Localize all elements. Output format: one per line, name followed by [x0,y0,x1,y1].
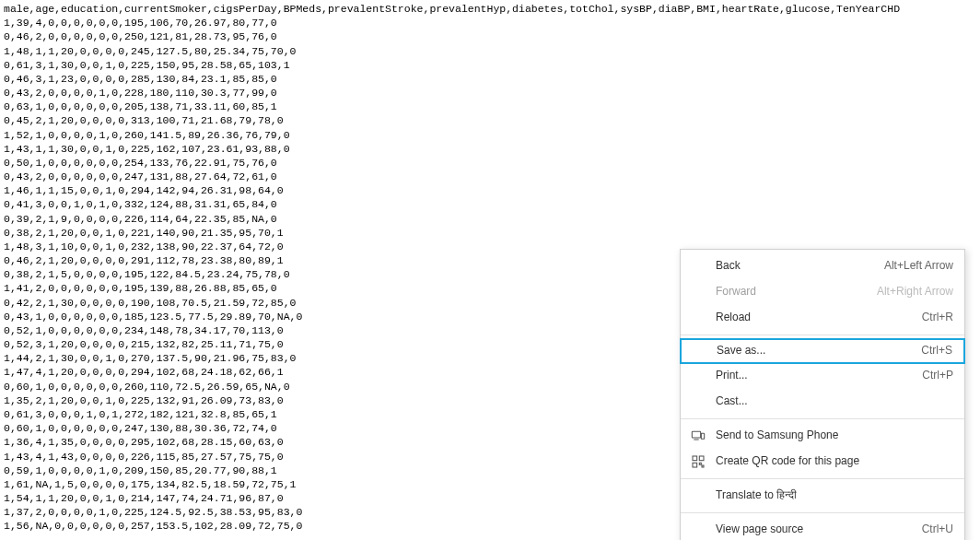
csv-row: 1,43,1,1,30,0,0,1,0,225,162,107,23.61,93… [4,143,290,155]
csv-row: 0,42,2,1,30,0,0,0,0,190,108,70.5,21.59,7… [4,297,296,309]
csv-row: 1,61,NA,1,5,0,0,0,0,175,134,82.5,18.59,7… [4,478,296,490]
menu-separator [681,478,964,479]
svg-rect-1 [701,433,704,439]
menu-separator [681,418,964,419]
csv-row: 1,52,1,0,0,0,0,1,0,260,141.5,89,26.36,76… [4,129,290,141]
csv-header: male,age,education,currentSmoker,cigsPer… [4,3,900,15]
menu-label: View page source [716,522,911,537]
menu-shortcut: Ctrl+P [922,369,953,383]
csv-row: 0,52,3,1,20,0,0,0,0,215,132,82,25.11,71,… [4,338,284,350]
menu-shortcut: Ctrl+U [922,522,953,537]
menu-back[interactable]: Back Alt+Left Arrow [681,253,964,279]
menu-create-qr[interactable]: Create QR code for this page [681,449,964,475]
csv-row: 0,38,2,1,5,0,0,0,0,195,122,84.5,23.24,75… [4,268,290,280]
menu-label: Print... [716,369,911,383]
context-menu: Back Alt+Left Arrow Forward Alt+Right Ar… [680,249,965,540]
svg-rect-4 [699,456,704,461]
menu-shortcut: Alt+Right Arrow [877,285,953,299]
svg-rect-7 [702,465,704,467]
svg-rect-3 [693,456,697,461]
menu-forward: Forward Alt+Right Arrow [681,279,964,305]
svg-rect-0 [692,431,700,438]
csv-row: 1,46,1,1,15,0,0,1,0,294,142,94,26.31,98,… [4,184,284,196]
menu-shortcut: Ctrl+R [922,311,953,325]
csv-row: 0,43,1,0,0,0,0,0,0,185,123.5,77.5,29.89,… [4,311,302,323]
csv-row: 0,43,2,0,0,0,0,0,0,247,131,88,27.64,72,6… [4,170,277,182]
qr-code-icon [690,453,706,470]
csv-row: 0,60,1,0,0,0,0,0,0,260,110,72.5,26.59,65… [4,381,290,393]
csv-row: 0,43,2,0,0,0,0,1,0,228,180,110,30.3,77,9… [4,87,277,99]
csv-row: 1,48,1,1,20,0,0,0,0,245,127.5,80,25.34,7… [4,45,296,57]
csv-row: 0,61,3,0,0,0,1,0,1,272,182,121,32.8,85,6… [4,408,277,420]
csv-row: 0,45,2,1,20,0,0,0,0,313,100,71,21.68,79,… [4,114,284,126]
csv-row: 1,41,2,0,0,0,0,0,0,195,139,88,26.88,85,6… [4,282,277,294]
csv-row: 1,39,4,0,0,0,0,0,0,195,106,70,26.97,80,7… [4,17,277,29]
menu-save-as[interactable]: Save as... Ctrl+S [680,338,965,364]
csv-row: 0,60,1,0,0,0,0,0,0,247,130,88,30.36,72,7… [4,422,277,434]
devices-icon [690,428,706,444]
csv-row: 1,54,1,1,20,0,0,1,0,214,147,74,24.71,96,… [4,492,284,504]
csv-row: 1,44,2,1,30,0,0,1,0,270,137.5,90,21.96,7… [4,352,296,364]
csv-row: 0,46,2,0,0,0,0,0,0,250,121,81,28.73,95,7… [4,30,277,42]
csv-row: 0,52,1,0,0,0,0,0,0,234,148,78,34.17,70,1… [4,324,284,336]
menu-separator [681,512,964,513]
menu-send-to-phone[interactable]: Send to Samsung Phone [681,423,964,449]
csv-row: 0,46,2,1,20,0,0,0,0,291,112,78,23.38,80,… [4,254,284,266]
menu-reload[interactable]: Reload Ctrl+R [681,305,964,331]
csv-row: 1,35,2,1,20,0,0,1,0,225,132,91,26.09,73,… [4,394,284,406]
csv-row: 1,48,3,1,10,0,0,1,0,232,138,90,22.37,64,… [4,241,284,252]
csv-row: 0,38,2,1,20,0,0,1,0,221,140,90,21.35,95,… [4,227,284,239]
menu-translate[interactable]: Translate to हिन्दी [681,483,964,509]
csv-row: 1,37,2,0,0,0,0,1,0,225,124.5,92.5,38.53,… [4,506,302,518]
menu-label: Forward [716,285,866,299]
menu-cast[interactable]: Cast... [681,389,964,415]
csv-row: 0,46,3,1,23,0,0,0,0,285,130,84,23.1,85,8… [4,73,277,85]
menu-label: Reload [716,311,911,325]
menu-label: Cast... [716,394,953,409]
csv-row: 0,39,2,1,9,0,0,0,0,226,114,64,22.35,85,N… [4,213,277,225]
svg-rect-6 [699,463,701,464]
menu-label: Send to Samsung Phone [716,428,953,443]
csv-row: 0,59,1,0,0,0,0,1,0,209,150,85,20.77,90,8… [4,464,277,476]
csv-row: 0,41,3,0,0,1,0,1,0,332,124,88,31.31,65,8… [4,198,277,210]
menu-label: Create QR code for this page [716,454,953,469]
csv-row: 1,43,4,1,43,0,0,0,0,226,115,85,27.57,75,… [4,451,284,463]
menu-print[interactable]: Print... Ctrl+P [681,363,964,389]
csv-row: 0,61,3,1,30,0,0,1,0,225,150,95,28.58,65,… [4,59,290,71]
svg-rect-5 [693,463,697,467]
csv-row: 0,50,1,0,0,0,0,0,0,254,133,76,22.91,75,7… [4,157,277,169]
menu-shortcut: Alt+Left Arrow [884,259,953,274]
csv-row: 1,56,NA,0,0,0,0,0,0,257,153.5,102,28.09,… [4,520,302,532]
menu-label: Back [716,259,873,274]
csv-row: 0,63,1,0,0,0,0,0,0,205,138,71,33.11,60,8… [4,100,277,112]
menu-separator [681,335,964,335]
menu-label: Save as... [717,344,910,358]
csv-row: 1,47,4,1,20,0,0,0,0,294,102,68,24.18,62,… [4,366,284,378]
menu-view-source[interactable]: View page source Ctrl+U [681,517,964,540]
csv-row: 1,36,4,1,35,0,0,0,0,295,102,68,28.15,60,… [4,436,284,448]
menu-label: Translate to हिन्दी [716,488,953,503]
menu-shortcut: Ctrl+S [921,344,952,358]
